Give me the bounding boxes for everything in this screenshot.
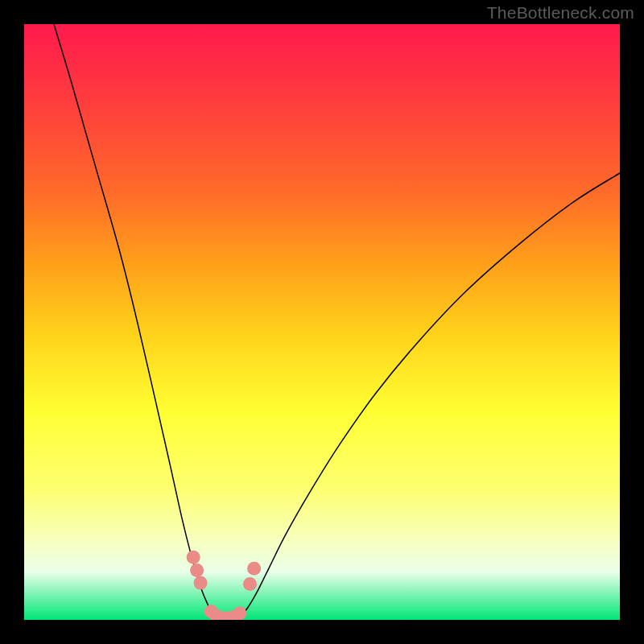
data-point-marker: [190, 564, 204, 577]
data-point-marker: [194, 576, 208, 590]
curve-group: [54, 24, 620, 619]
data-point-marker: [247, 562, 261, 576]
plot-area: [24, 24, 620, 620]
chart-frame: TheBottleneck.com: [0, 0, 644, 644]
data-point-marker: [243, 577, 257, 591]
data-point-marker: [187, 551, 200, 564]
data-point-marker: [233, 606, 246, 620]
chart-overlay: [24, 24, 620, 620]
marker-group: [187, 551, 261, 620]
watermark-text: TheBottleneck.com: [487, 3, 634, 23]
curve-right-branch: [240, 173, 620, 617]
curve-left-branch: [54, 24, 213, 617]
